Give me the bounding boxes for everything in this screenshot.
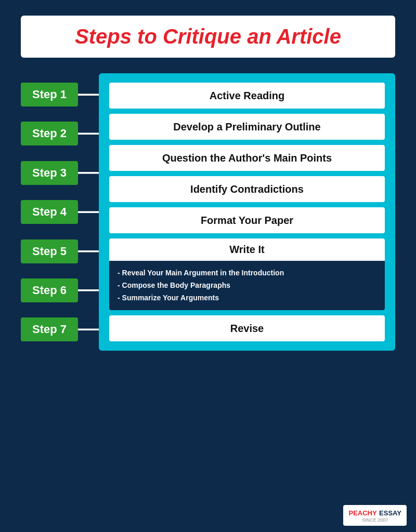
write-it-title: Write It bbox=[109, 238, 385, 261]
write-sub-1: - Reveal Your Main Argument in the Intro… bbox=[118, 267, 376, 280]
step1-content: Active Reading bbox=[109, 83, 385, 109]
step-6-badge: Step 6 bbox=[21, 278, 78, 302]
step-3-badge: Step 3 bbox=[21, 161, 78, 185]
write-it-sub: - Reveal Your Main Argument in the Intro… bbox=[109, 261, 385, 310]
step5-content: Format Your Paper bbox=[109, 207, 385, 233]
step-5-badge: Step 5 bbox=[21, 240, 78, 263]
logo-peachy: PEACHY bbox=[348, 509, 376, 517]
step-3-row: Step 3 bbox=[21, 161, 99, 185]
step-5-row: Step 5 bbox=[21, 240, 99, 263]
logo-since: SINCE 2007 bbox=[348, 517, 401, 523]
step-4-row: Step 4 bbox=[21, 200, 99, 224]
step-1-row: Step 1 bbox=[21, 83, 99, 107]
step4-content: Identify Contradictions bbox=[109, 176, 385, 202]
write-sub-3: - Summarize Your Arguments bbox=[118, 292, 376, 304]
step-1-badge: Step 1 bbox=[21, 83, 78, 107]
step-7-badge: Step 7 bbox=[21, 317, 78, 341]
write-it-container: Write It - Reveal Your Main Argument in … bbox=[109, 238, 385, 310]
right-panel: Active Reading Develop a Preliminary Out… bbox=[99, 73, 395, 351]
logo-essay: ESSAY bbox=[379, 509, 401, 517]
step-2-row: Step 2 bbox=[21, 122, 99, 145]
step2-content: Develop a Preliminary Outline bbox=[109, 114, 385, 140]
logo-area: PEACHY ESSAY SINCE 2007 bbox=[343, 505, 407, 526]
step7-content: Revise bbox=[109, 315, 385, 341]
main-content: Step 1 Step 2 Step 3 Step 4 Step 5 Step … bbox=[21, 73, 395, 351]
step3-content: Question the Author's Main Points bbox=[109, 145, 385, 171]
logo-text: PEACHY ESSAY SINCE 2007 bbox=[348, 508, 401, 523]
step-6-row: Step 6 bbox=[21, 278, 99, 302]
title-box: Steps to Critique an Article bbox=[21, 16, 395, 58]
step-4-badge: Step 4 bbox=[21, 200, 78, 224]
page-title: Steps to Critique an Article bbox=[75, 25, 341, 48]
step-7-row: Step 7 bbox=[21, 317, 99, 341]
write-sub-2: - Compose the Body Paragraphs bbox=[118, 280, 376, 292]
steps-column: Step 1 Step 2 Step 3 Step 4 Step 5 Step … bbox=[21, 73, 99, 351]
step-2-badge: Step 2 bbox=[21, 122, 78, 145]
